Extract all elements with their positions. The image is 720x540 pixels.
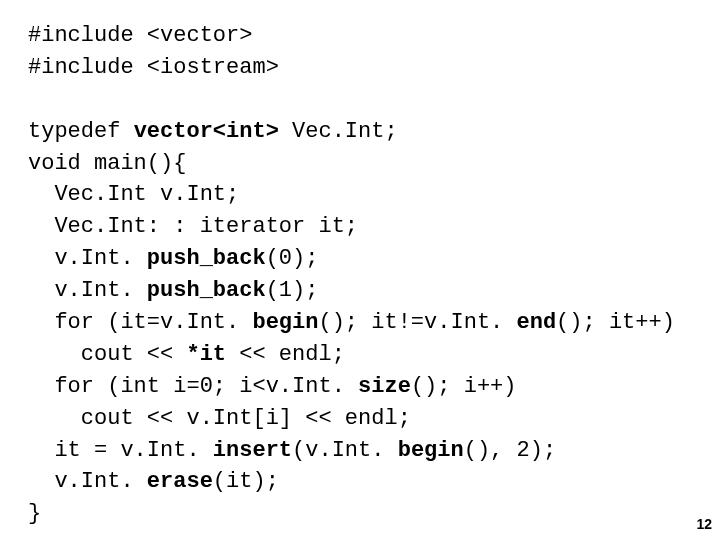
code-line: for (int i=0; i<v.Int.: [28, 374, 358, 399]
code-block: #include <vector> #include <iostream> ty…: [0, 0, 720, 530]
code-line: (1);: [266, 278, 319, 303]
code-bold: insert: [213, 438, 292, 463]
page-number: 12: [696, 514, 712, 534]
code-line: #include <iostream>: [28, 55, 279, 80]
code-line: << endl;: [226, 342, 345, 367]
code-bold: push_back: [147, 246, 266, 271]
code-line: typedef: [28, 119, 134, 144]
code-line: it = v.Int.: [28, 438, 213, 463]
code-line: v.Int.: [28, 278, 147, 303]
code-line: }: [28, 501, 41, 526]
code-bold: vector<int>: [134, 119, 279, 144]
code-line: v.Int.: [28, 469, 147, 494]
code-line: (v.Int.: [292, 438, 398, 463]
code-bold: end: [517, 310, 557, 335]
code-line: #include <vector>: [28, 23, 252, 48]
code-bold: erase: [147, 469, 213, 494]
code-bold: begin: [252, 310, 318, 335]
code-line: Vec.Int v.Int;: [28, 182, 239, 207]
code-line: Vec.Int: : iterator it;: [28, 214, 358, 239]
code-line: void main(){: [28, 151, 186, 176]
code-line: (); it!=v.Int.: [318, 310, 516, 335]
code-bold: push_back: [147, 278, 266, 303]
code-bold: size: [358, 374, 411, 399]
code-line: cout << v.Int[i] << endl;: [28, 406, 411, 431]
code-line: (0);: [266, 246, 319, 271]
code-line: Vec.Int;: [279, 119, 398, 144]
code-line: (), 2);: [464, 438, 556, 463]
code-line: (); i++): [411, 374, 517, 399]
code-line: (); it++): [556, 310, 675, 335]
code-line: for (it=v.Int.: [28, 310, 252, 335]
code-bold: *it: [186, 342, 226, 367]
code-bold: begin: [398, 438, 464, 463]
code-line: (it);: [213, 469, 279, 494]
code-line: v.Int.: [28, 246, 147, 271]
code-line: cout <<: [28, 342, 186, 367]
